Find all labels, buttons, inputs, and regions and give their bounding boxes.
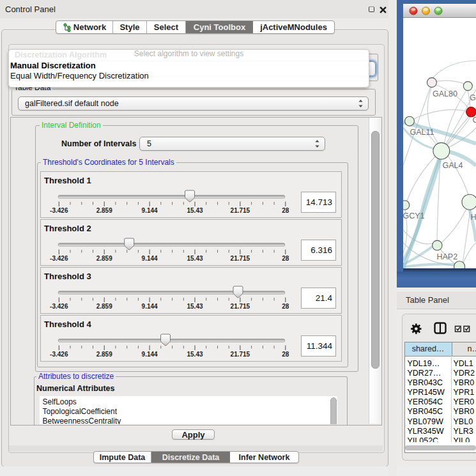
svg-text:2.859: 2.859 [96,303,112,310]
svg-text:15.43: 15.43 [187,207,203,214]
svg-text:GCY1: GCY1 [403,211,425,220]
svg-text:21.715: 21.715 [231,351,250,358]
svg-text:9.144: 9.144 [142,351,158,358]
svg-text:21.715: 21.715 [231,207,250,214]
svg-text:G: G [473,116,476,125]
svg-text:9.144: 9.144 [142,255,158,262]
svg-text:2.859: 2.859 [96,255,112,262]
svg-text:GAL80: GAL80 [433,89,457,98]
svg-text:28: 28 [282,255,289,262]
svg-text:28: 28 [282,207,289,214]
svg-text:15.43: 15.43 [187,351,203,358]
svg-text:H: H [471,213,476,222]
svg-text:HAP2: HAP2 [437,252,458,261]
svg-text:2.859: 2.859 [96,351,112,358]
svg-text:15.43: 15.43 [187,255,203,262]
svg-text:2.859: 2.859 [96,207,112,214]
svg-text:9.144: 9.144 [142,207,158,214]
svg-text:GA: GA [470,93,476,102]
svg-text:28: 28 [282,303,289,310]
svg-text:-3.426: -3.426 [50,207,68,214]
svg-text:9.144: 9.144 [142,303,158,310]
svg-text:-3.426: -3.426 [50,255,68,262]
svg-text:28: 28 [282,351,289,358]
svg-text:21.715: 21.715 [231,255,250,262]
svg-text:GAL4: GAL4 [443,161,463,170]
svg-text:-3.426: -3.426 [50,303,68,310]
svg-text:15.43: 15.43 [187,303,203,310]
svg-text:GAL11: GAL11 [410,128,434,137]
svg-text:-3.426: -3.426 [50,351,68,358]
svg-text:21.715: 21.715 [231,303,250,310]
